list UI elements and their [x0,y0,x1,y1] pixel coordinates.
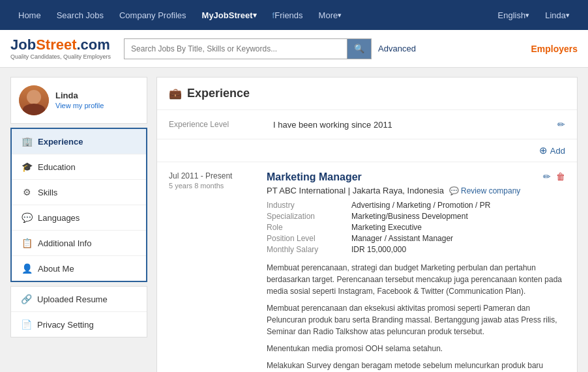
section-title-text: Experience [187,87,250,100]
job-desc-1: Membuat perencanaan, strategi dan budget… [267,262,565,297]
sidebar-nav: 🏢 Experience 🎓 Education ⚙ Skills 💬 Lang… [10,128,147,282]
logo-text: JobStreet.com [10,37,111,53]
profile-section: Linda View my profile [10,77,147,124]
role-value: Marketing Executive [351,223,422,232]
edit-exp-level-button[interactable]: ✏ [557,119,565,130]
search-input[interactable] [124,38,347,59]
industry-value: Advertising / Marketing / Promotion / PR [351,201,490,210]
detail-position: Position Level Manager / Assistant Manag… [267,234,565,243]
header-bar: JobStreet.com Quality Candidates, Qualit… [0,30,588,68]
additional-icon: 📋 [21,237,33,249]
sidebar-item-aboutme[interactable]: 👤 About Me [12,256,146,281]
resume-icon: 🔗 [20,293,32,305]
job-duration: 5 years 8 months [169,182,254,190]
job-title: Marketing Manager [267,171,537,183]
main-content: Linda View my profile 🏢 Experience 🎓 Edu… [0,68,588,372]
right-panel: 💼 Experience Experience Level I have bee… [156,77,578,372]
education-icon: 🎓 [21,161,33,173]
position-value: Manager / Assistant Manager [351,234,453,243]
sidebar-item-languages[interactable]: 💬 Languages [12,205,146,231]
delete-job-button[interactable]: 🗑 [556,171,565,182]
privacy-icon: 📄 [20,319,32,330]
job-actions: ✏ 🗑 [543,171,565,182]
languages-icon: 💬 [21,212,33,223]
sidebar-item-additional[interactable]: 📋 Additional Info [12,231,146,256]
job-company: PT ABC International | Jakarta Raya, Ind… [267,186,565,195]
salary-value: IDR 15,000,000 [351,245,406,254]
job-entry: Jul 2011 - Present 5 years 8 months Mark… [157,162,577,372]
salary-label: Monthly Salary [267,245,351,254]
nav-company-profiles[interactable]: Company Profiles [111,0,194,30]
review-company-link[interactable]: Review company [449,186,520,195]
aboutme-icon: 👤 [21,263,33,274]
nav-friends[interactable]: Friends [265,0,311,30]
sidebar-item-skills[interactable]: ⚙ Skills [12,180,146,205]
detail-specialization: Specialization Marketing/Business Develo… [267,212,565,221]
sidebar-item-education[interactable]: 🎓 Education [12,154,146,180]
avatar [19,85,49,115]
exp-level-row: Experience Level I have been working sin… [157,110,577,139]
industry-label: Industry [267,201,351,210]
nav-search-jobs[interactable]: Search Jobs [49,0,111,30]
job-desc-4: Melakukan Survey dengan beragam metode s… [267,360,565,372]
employers-link[interactable]: Employers [531,44,578,54]
edit-job-button[interactable]: ✏ [543,171,551,182]
sidebar-label-resume: Uploaded Resume [37,294,108,304]
nav-more[interactable]: More [311,0,350,30]
detail-salary: Monthly Salary IDR 15,000,000 [267,245,565,254]
specialization-label: Specialization [267,212,351,221]
profile-info: Linda View my profile [55,91,104,110]
user-menu[interactable]: Linda [537,0,578,30]
skills-icon: ⚙ [21,186,33,198]
top-navigation: Home Search Jobs Company Profiles MyJobS… [0,0,588,30]
sidebar-label-skills: Skills [38,188,57,197]
search-container: 🔍 [124,38,372,59]
view-profile-link[interactable]: View my profile [55,102,104,109]
nav-home[interactable]: Home [10,0,49,30]
sidebar-label-education: Education [38,162,76,172]
exp-level-label: Experience Level [169,120,273,129]
advanced-link[interactable]: Advanced [378,44,416,53]
section-header: 💼 Experience [157,78,577,110]
exp-level-value: I have been working since 2011 [273,120,557,130]
job-desc-2: Membuat perencanaan dan eksekusi aktivit… [267,302,565,337]
job-description: Membuat perencanaan, strategi dan budget… [267,262,565,372]
detail-industry: Industry Advertising / Marketing / Promo… [267,201,565,210]
role-label: Role [267,223,351,232]
job-date-range: Jul 2011 - Present [169,171,254,180]
nav-myjobstreet[interactable]: MyJobStreet [194,0,265,30]
briefcase-icon: 💼 [169,87,182,100]
language-selector[interactable]: English [490,0,538,30]
company-name: PT ABC International | Jakarta Raya, Ind… [267,186,444,195]
top-nav-right: English Linda [490,0,578,30]
sidebar-label-additional: Additional Info [38,238,91,248]
sidebar-label-privacy: Privacy Setting [37,320,94,330]
add-experience-button[interactable]: Add [539,145,565,156]
sidebar-item-privacy[interactable]: 📄 Privacy Setting [11,312,147,337]
sidebar-label-experience: Experience [38,137,83,147]
add-row: Add [157,139,577,162]
sidebar: Linda View my profile 🏢 Experience 🎓 Edu… [10,77,147,372]
sidebar-extra-nav: 🔗 Uploaded Resume 📄 Privacy Setting [10,286,147,337]
position-label: Position Level [267,234,351,243]
search-button[interactable]: 🔍 [347,38,372,59]
experience-icon: 🏢 [21,136,33,147]
logo-tagline: Quality Candidates, Quality Employers [10,53,111,60]
sidebar-label-aboutme: About Me [38,264,74,274]
job-header-row: Marketing Manager ✏ 🗑 [267,171,565,183]
logo: JobStreet.com Quality Candidates, Qualit… [10,37,111,59]
section-title: 💼 Experience [169,87,250,100]
job-details: Industry Advertising / Marketing / Promo… [267,201,565,254]
specialization-value: Marketing/Business Development [351,212,468,221]
detail-role: Role Marketing Executive [267,223,565,232]
job-desc-3: Menentukan media promosi OOH selama seta… [267,343,565,354]
sidebar-item-resume[interactable]: 🔗 Uploaded Resume [11,287,147,312]
sidebar-item-experience[interactable]: 🏢 Experience [12,129,146,154]
sidebar-label-languages: Languages [38,213,80,223]
user-name: Linda [55,91,104,100]
